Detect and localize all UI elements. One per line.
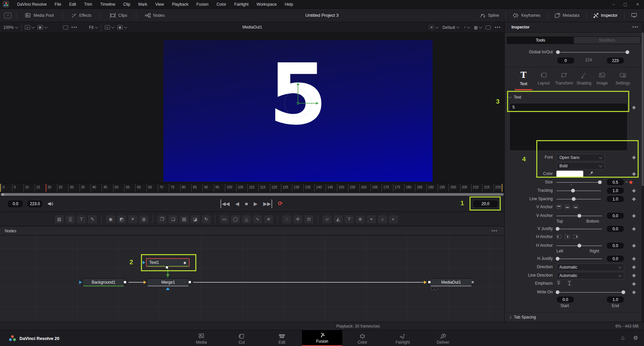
h-justify-slider[interactable] xyxy=(556,258,602,259)
line-spacing-keyframe-button[interactable] xyxy=(632,197,636,201)
spline-button[interactable]: Spline xyxy=(476,9,503,22)
tracking-field[interactable]: 1.0 xyxy=(606,187,624,194)
tab-tools[interactable]: Tools xyxy=(507,37,574,44)
menu-item-fairlight[interactable]: Fairlight xyxy=(230,0,253,9)
viewer-buffer-dropdown[interactable] xyxy=(38,25,47,30)
global-in-out-slider[interactable] xyxy=(557,52,629,53)
page-color[interactable]: Color xyxy=(342,330,383,346)
global-out-field[interactable]: 223 xyxy=(606,57,624,64)
h-anchor-field[interactable]: 0.0 xyxy=(606,242,624,249)
menu-item-clip[interactable]: Clip xyxy=(119,0,134,9)
merge1-background-input[interactable] xyxy=(144,281,146,284)
h-justify-field[interactable]: 0.0 xyxy=(606,255,624,262)
size-slider[interactable] xyxy=(556,182,601,183)
home-icon[interactable]: ⌂ xyxy=(621,335,625,341)
timeline-ruler[interactable]: 0510152025303540455055606570758085909510… xyxy=(0,183,504,192)
metadata-button[interactable]: Metadata xyxy=(550,9,584,22)
v-anchor-field[interactable]: 0.0 xyxy=(606,212,624,219)
menu-item-playback[interactable]: Playback xyxy=(168,0,192,9)
matte-control-tool-icon[interactable]: ▤ xyxy=(180,215,189,223)
styled-text-keyframe-button[interactable] xyxy=(632,106,636,109)
play-reverse-button[interactable]: ◀ xyxy=(235,199,239,208)
p-emitter-tool-icon[interactable]: ∴ xyxy=(282,215,291,223)
play-button[interactable]: ▶ xyxy=(254,199,258,208)
stop-button[interactable]: ■ xyxy=(245,199,248,208)
bspline-mask-tool-icon[interactable]: ∿ xyxy=(253,215,262,223)
viewer-gamut-dropdown[interactable]: ◔ xyxy=(463,25,470,30)
node-graph[interactable]: Background1 Text1 ◈ Merge1 MediaOut1 •• xyxy=(0,235,504,322)
write-on-start-field[interactable]: 0.0 xyxy=(556,296,574,303)
tab-transform[interactable]: Transform xyxy=(554,70,574,85)
line-direction-keyframe-button[interactable] xyxy=(632,274,636,277)
tracking-keyframe-button[interactable] xyxy=(632,189,636,192)
audio-mute-button[interactable] xyxy=(47,200,54,207)
merge-3d-tool-icon[interactable]: ⊕ xyxy=(356,215,365,223)
menu-item-mark[interactable]: Mark xyxy=(134,0,151,9)
v-anchor-bottom-button[interactable] xyxy=(573,205,578,209)
page-cut[interactable]: Cut xyxy=(221,330,262,346)
shape-3d-tool-icon[interactable]: ◭ xyxy=(334,215,343,223)
viewer-lut-dropdown[interactable]: Default xyxy=(442,25,459,30)
blur-tool-icon[interactable]: ◍ xyxy=(139,215,148,223)
write-on-keyframe-button[interactable] xyxy=(632,290,636,294)
v-anchor-top-button[interactable] xyxy=(556,205,561,209)
background-tool-icon[interactable]: ▨ xyxy=(55,215,64,223)
menu-item-help[interactable]: Help xyxy=(281,0,297,9)
line-direction-dropdown[interactable]: Automatic xyxy=(556,272,624,279)
tracking-slider[interactable] xyxy=(556,190,601,191)
color-curves-tool-icon[interactable]: ◩ xyxy=(117,215,126,223)
ellipse-mask-tool-icon[interactable]: ◯ xyxy=(231,215,240,223)
viewer-mask-dropdown[interactable] xyxy=(429,25,438,30)
transform-control-overlay[interactable] xyxy=(163,40,433,182)
brightness-contrast-tool-icon[interactable]: ☀ xyxy=(128,215,137,223)
menu-item-file[interactable]: File xyxy=(51,0,65,9)
menu-item-view[interactable]: View xyxy=(151,0,168,9)
v-justify-keyframe-button[interactable] xyxy=(632,227,636,231)
mediaout1-output[interactable] xyxy=(471,281,474,284)
v-anchor-middle-button[interactable] xyxy=(565,205,570,209)
v-anchor-slider[interactable] xyxy=(556,216,602,216)
size-field[interactable]: 0.5 xyxy=(606,179,624,186)
background1-input[interactable] xyxy=(79,281,82,284)
tab-layout[interactable]: Layout xyxy=(535,70,552,85)
image-plane-3d-tool-icon[interactable]: ▱ xyxy=(323,215,332,223)
media-pool-button[interactable]: Media Pool xyxy=(21,9,58,22)
viewer-fit-dropdown[interactable]: Fit xyxy=(89,25,97,30)
viewer-canvas[interactable]: 5 xyxy=(163,40,433,182)
loop-button[interactable]: ⟳ xyxy=(278,199,283,208)
node-background1[interactable]: Background1 xyxy=(82,278,125,286)
paint-tool-icon[interactable]: ✎ xyxy=(88,215,97,223)
delta-keyer-tool-icon[interactable]: ◪ xyxy=(191,215,200,223)
merge-mask-tool-icon[interactable]: ❏ xyxy=(168,215,178,223)
menu-item-edit[interactable]: Edit xyxy=(65,0,80,9)
v-justify-field[interactable]: 0.0 xyxy=(606,225,624,232)
menu-item-color[interactable]: Color xyxy=(212,0,230,9)
transform-tool-icon[interactable]: ↻ xyxy=(202,215,211,223)
render-out-field[interactable]: 223.0 xyxy=(27,200,43,208)
viewer-more-button[interactable]: ••• xyxy=(495,25,501,30)
viewer-area[interactable]: 5 xyxy=(0,33,504,183)
text-plus-tool-icon[interactable]: T xyxy=(77,215,86,223)
viewer-options-button[interactable]: ••• xyxy=(71,25,78,30)
tab-shading[interactable]: Shading xyxy=(575,70,593,85)
spot-light-tool-icon[interactable]: ☼ xyxy=(378,215,387,223)
page-panel-toggle-button[interactable] xyxy=(4,13,11,18)
mediaout1-input[interactable] xyxy=(428,281,431,284)
background1-output[interactable] xyxy=(123,281,127,284)
tab-modifiers[interactable]: Modifiers xyxy=(574,37,641,44)
settings-gear-icon[interactable]: ⚙ xyxy=(633,335,638,341)
viewer-channel-dropdown[interactable]: A xyxy=(25,25,34,30)
timeline-scroll-knob[interactable] xyxy=(2,193,4,196)
emphasis-keyframe-button[interactable] xyxy=(632,282,636,286)
line-spacing-slider[interactable] xyxy=(556,199,601,199)
page-fusion[interactable]: Fusion xyxy=(302,330,342,346)
fast-noise-tool-icon[interactable]: ▒ xyxy=(66,215,75,223)
h-anchor-keyframe-button[interactable] xyxy=(632,244,636,247)
viewer-expand-button[interactable] xyxy=(486,25,491,30)
h-anchor-slider[interactable] xyxy=(556,245,602,246)
merge1-mask-input[interactable] xyxy=(166,287,170,290)
nodes-panel-options-button[interactable]: ••• xyxy=(491,227,498,235)
playhead[interactable] xyxy=(46,184,46,192)
maximize-button[interactable]: ▢ xyxy=(624,2,627,7)
viewer-roi-button[interactable] xyxy=(63,25,68,30)
